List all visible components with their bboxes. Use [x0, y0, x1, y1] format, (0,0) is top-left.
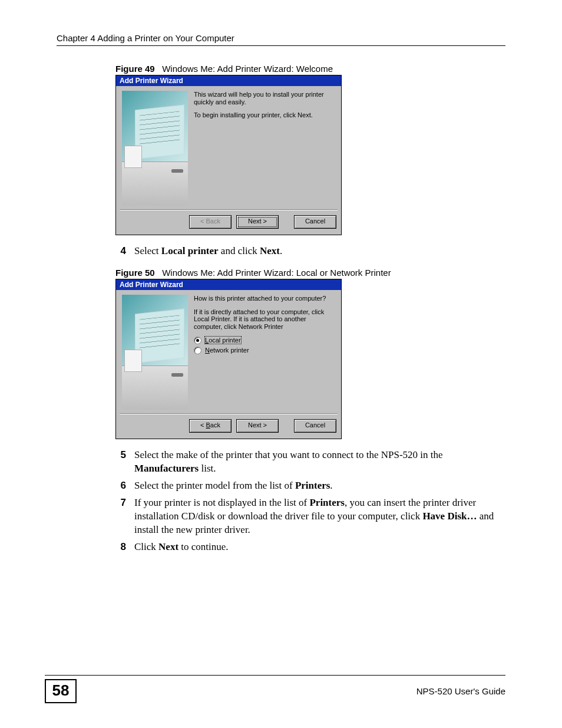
- step-7-number: 7: [115, 496, 126, 537]
- step-7-bold-2: Have Disk…: [422, 510, 477, 522]
- wizard-welcome-line1: This wizard will help you to install you…: [194, 91, 335, 106]
- footer-rule: [45, 675, 505, 676]
- guide-name: NPS-520 User's Guide: [416, 686, 505, 696]
- wizard-local-network-titlebar: Add Printer Wizard: [116, 279, 341, 290]
- figure-49-caption: Figure 49 Windows Me: Add Printer Wizard…: [115, 64, 505, 74]
- cancel-button[interactable]: Cancel: [294, 419, 336, 433]
- wizard-question: How is this printer attached to your com…: [194, 295, 335, 302]
- radio-local-printer[interactable]: Local printer: [194, 337, 335, 344]
- wizard-welcome-dialog: Add Printer Wizard This wizard will help…: [115, 75, 342, 235]
- step-8-bold-1: Next: [158, 541, 178, 552]
- step-8: 8 Click Next to continue.: [115, 541, 505, 554]
- radio-icon: [194, 347, 201, 354]
- header-rule: [57, 45, 505, 46]
- step-5-text-b: list.: [199, 463, 216, 474]
- step-4-bold-2: Next: [260, 245, 280, 256]
- step-8-text-a: Click: [134, 541, 158, 552]
- radio-network-label: Network printer: [205, 347, 249, 354]
- step-6-number: 6: [115, 479, 126, 493]
- step-5: 5 Select the make of the printer that yo…: [115, 449, 505, 476]
- wizard-welcome-line2: To begin installing your printer, click …: [194, 111, 335, 119]
- back-button[interactable]: < Back: [189, 215, 232, 229]
- figure-49-caption-text: Windows Me: Add Printer Wizard: Welcome: [162, 64, 333, 74]
- step-4-text-c: .: [280, 245, 282, 256]
- step-8-number: 8: [115, 541, 126, 554]
- step-5-text-a: Select the make of the printer that you …: [134, 449, 443, 460]
- step-7-text-a: If your printer is not displayed in the …: [134, 497, 309, 508]
- step-6-text-b: .: [330, 480, 332, 491]
- step-6-bold-1: Printers: [295, 480, 330, 491]
- back-button[interactable]: < Back: [189, 419, 232, 433]
- step-7-bold-1: Printers: [309, 497, 344, 508]
- radio-network-printer[interactable]: Network printer: [194, 347, 335, 354]
- step-4-text-b: and click: [219, 245, 260, 256]
- cancel-button[interactable]: Cancel: [294, 215, 336, 229]
- step-4: 4 Select Local printer and click Next.: [115, 245, 505, 258]
- step-7: 7 If your printer is not displayed in th…: [115, 496, 505, 537]
- step-4-text-a: Select: [134, 245, 161, 256]
- radio-local-label: Local printer: [205, 337, 241, 344]
- wizard-hint: If it is directly attached to your compu…: [194, 308, 335, 331]
- wizard-sidebar-image: [122, 91, 188, 206]
- step-5-bold-1: Manufacturers: [134, 463, 199, 474]
- figure-49-label: Figure 49: [115, 64, 155, 74]
- step-8-text-b: to continue.: [178, 541, 229, 552]
- step-4-number: 4: [115, 245, 126, 258]
- step-6: 6 Select the printer model from the list…: [115, 479, 505, 493]
- wizard-welcome-titlebar: Add Printer Wizard: [116, 75, 341, 86]
- figure-50-label: Figure 50: [115, 268, 155, 278]
- step-4-bold-1: Local printer: [161, 245, 219, 256]
- radio-icon: [194, 337, 201, 344]
- chapter-header: Chapter 4 Adding a Printer on Your Compu…: [57, 33, 505, 43]
- figure-50-caption-text: Windows Me: Add Printer Wizard: Local or…: [162, 268, 391, 278]
- figure-50-caption: Figure 50 Windows Me: Add Printer Wizard…: [115, 268, 505, 278]
- wizard-sidebar-image: [122, 295, 188, 410]
- step-5-number: 5: [115, 449, 126, 476]
- page-number: 58: [45, 679, 77, 703]
- step-6-text-a: Select the printer model from the list o…: [134, 480, 295, 491]
- wizard-local-network-dialog: Add Printer Wizard How is this printer a…: [115, 279, 342, 439]
- next-button[interactable]: Next >: [236, 419, 279, 433]
- next-button[interactable]: Next >: [236, 215, 279, 229]
- wizard-welcome-text: This wizard will help you to install you…: [194, 91, 335, 206]
